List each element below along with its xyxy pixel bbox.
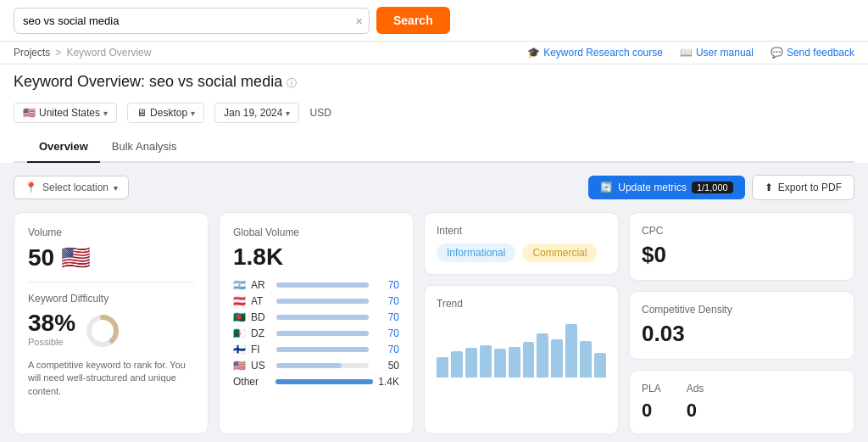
breadcrumb-current: Keyword Overview (66, 47, 151, 59)
date-filter[interactable]: Jan 19, 2024 ▾ (214, 103, 299, 123)
other-row: Other 1.4K (233, 376, 399, 388)
tab-overview[interactable]: Overview (27, 131, 100, 163)
course-link[interactable]: 🎓 Keyword Research course (527, 47, 663, 59)
refresh-icon: 🔄 (600, 182, 613, 193)
bar-fill-at (276, 299, 369, 304)
code-at: AT (251, 295, 271, 307)
location-label: Select location (42, 182, 108, 193)
update-badge: 1/1,000 (692, 182, 733, 193)
code-bd: BD (251, 311, 271, 323)
device-label: Desktop (150, 107, 187, 119)
country-row-us: 🇺🇸 US 50 (233, 360, 399, 372)
toolbar: 📍 Select location ▾ 🔄 Update metrics 1/1… (14, 175, 854, 200)
country-chevron: ▾ (103, 109, 108, 118)
breadcrumb-projects[interactable]: Projects (14, 47, 50, 59)
volume-value: 50 🇺🇸 (28, 243, 194, 271)
trend-card: Trend (424, 285, 619, 434)
pla-ads-card: PLA 0 Ads 0 (629, 370, 854, 434)
location-pin-icon: 📍 (25, 182, 37, 193)
trend-bar-4 (480, 345, 492, 378)
search-input[interactable] (14, 8, 370, 34)
trend-bar-10 (565, 324, 577, 378)
pla-value: 0 (642, 400, 661, 422)
device-filter[interactable]: 🖥 Desktop ▾ (127, 103, 204, 123)
cpc-value: $0 (642, 242, 842, 268)
intent-label: Intent (437, 225, 606, 237)
tabs: Overview Bulk Analysis (14, 131, 854, 163)
manual-icon: 📖 (680, 47, 693, 59)
export-label: Export to PDF (778, 182, 842, 193)
ads-value: 0 (687, 400, 704, 422)
global-volume-label: Global Volume (233, 227, 399, 238)
header: Keyword Overview: seo vs social media ⓘ … (0, 64, 868, 163)
feedback-link[interactable]: 💬 Send feedback (771, 47, 854, 59)
val-ar: 70 (374, 279, 399, 291)
trend-bar-9 (551, 339, 563, 378)
toolbar-right: 🔄 Update metrics 1/1,000 ⬆ Export to PDF (588, 175, 854, 200)
bar-bg-ar (276, 283, 369, 288)
trend-bar-11 (580, 341, 592, 378)
page-title: Keyword Overview: seo vs social media ⓘ (14, 73, 854, 91)
difficulty-left: 38% Possible (28, 310, 75, 352)
manual-link[interactable]: 📖 User manual (680, 47, 754, 59)
cpc-card: CPC $0 (629, 212, 854, 281)
country-filter[interactable]: 🇺🇸 United States ▾ (14, 103, 117, 123)
search-button[interactable]: Search (376, 7, 450, 34)
bar-fill-other (275, 379, 373, 384)
val-bd: 70 (374, 311, 399, 323)
val-at: 70 (374, 295, 399, 307)
currency-label: USD (309, 107, 331, 119)
location-select[interactable]: 📍 Select location ▾ (14, 176, 129, 199)
info-icon[interactable]: ⓘ (287, 77, 297, 89)
filters-row: 🇺🇸 United States ▾ 🖥 Desktop ▾ Jan 19, 2… (14, 98, 854, 131)
commercial-badge: Commercial (522, 243, 597, 262)
manual-label: User manual (696, 47, 754, 59)
difficulty-section: Keyword Difficulty 38% Possible A compet… (28, 293, 194, 398)
course-label: Keyword Research course (543, 47, 663, 59)
clear-button[interactable]: × (355, 14, 363, 27)
code-dz: DZ (251, 327, 271, 339)
intent-badges: Informational Commercial (437, 243, 606, 262)
difficulty-sublabel: Possible (28, 337, 75, 347)
location-chevron: ▾ (114, 183, 118, 193)
country-label: United States (39, 107, 100, 119)
breadcrumb: Projects > Keyword Overview (14, 47, 151, 59)
bar-bg-fi (276, 347, 369, 352)
flag-ar: 🇦🇷 (233, 279, 246, 291)
competitive-density-label: Competitive Density (642, 304, 842, 316)
code-us: US (251, 360, 271, 372)
bar-fill-dz (276, 331, 369, 336)
trend-bar-5 (494, 349, 506, 378)
tab-bulk-analysis[interactable]: Bulk Analysis (100, 131, 189, 163)
volume-label: Volume (28, 227, 194, 238)
difficulty-label: Keyword Difficulty (28, 293, 194, 305)
device-chevron: ▾ (191, 109, 195, 118)
other-label: Other (233, 376, 270, 388)
update-metrics-button[interactable]: 🔄 Update metrics 1/1,000 (588, 176, 744, 199)
nav-links: 🎓 Keyword Research course 📖 User manual … (527, 47, 854, 59)
code-fi: FI (251, 344, 271, 355)
volume-difficulty-card: Volume 50 🇺🇸 Keyword Difficulty 38% Poss… (14, 212, 209, 434)
bar-fill-fi (276, 347, 369, 352)
trend-bar-8 (537, 333, 548, 378)
difficulty-row: 38% Possible (28, 310, 194, 352)
donut-chart (84, 312, 121, 350)
country-row-dz: 🇩🇿 DZ 70 (233, 327, 399, 339)
export-button[interactable]: ⬆ Export to PDF (752, 175, 854, 200)
country-row-fi: 🇫🇮 FI 70 (233, 344, 399, 355)
other-value: 1.4K (378, 376, 399, 388)
bar-fill-bd (276, 315, 369, 320)
volume-number: 50 (28, 244, 54, 271)
trend-label: Trend (437, 298, 606, 310)
val-dz: 70 (374, 327, 399, 339)
difficulty-value: 38% (28, 310, 75, 337)
code-ar: AR (251, 279, 271, 291)
flag-us: 🇺🇸 (233, 360, 246, 372)
bar-bg-bd (276, 315, 369, 320)
bar-fill-ar (276, 283, 369, 288)
us-flag: 🇺🇸 (23, 107, 36, 119)
bar-bg-at (276, 299, 369, 304)
competitive-density-card: Competitive Density 0.03 (629, 291, 854, 360)
bar-bg-us (276, 363, 369, 368)
val-fi: 70 (374, 344, 399, 355)
